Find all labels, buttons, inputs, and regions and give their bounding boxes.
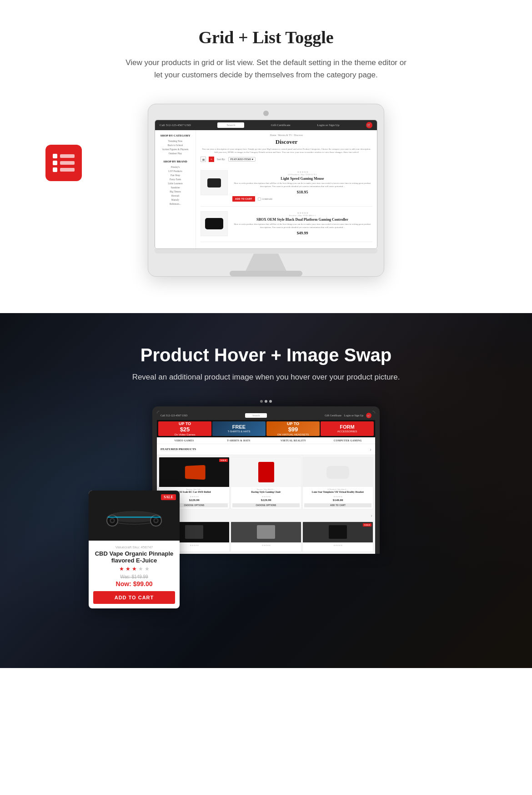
sidebar-brand-presleys[interactable]: Presley's xyxy=(159,165,192,169)
vr-shape xyxy=(326,466,349,479)
featured-chevron-right[interactable]: › xyxy=(370,446,371,453)
category-description: You can enter a description of your cate… xyxy=(201,147,372,154)
sidebar-brand-furry[interactable]: Furry Farm xyxy=(159,177,192,181)
banner-2-free: FREE xyxy=(227,424,250,430)
s2-product-info-chair: Preview | Sku: Rdn-81-... Racing Style G… xyxy=(231,487,301,508)
product-name-mouse[interactable]: Light Speed Gaming Mouse xyxy=(232,177,372,181)
hoverboard-info: Valuecraft Sku: 456747 CBD Vape Organic … xyxy=(89,541,180,608)
s2-product-name-vr[interactable]: Lone Star Templates VR Virtual Reality H… xyxy=(304,491,371,494)
hoverboard-product-card: SALE Val xyxy=(89,491,180,608)
s2-product-img-rc: SALE xyxy=(159,457,229,487)
banner-3-text: UP TO $99 ON VIRTUAL HEADSETS xyxy=(277,421,309,437)
cart-icon[interactable]: 🛒 xyxy=(366,122,372,128)
s2-product-dark3: SALE ★★★★★ xyxy=(302,522,373,552)
dark3-shape xyxy=(329,525,347,539)
sidebar-brand-lst[interactable]: LST Products xyxy=(159,169,192,173)
compare-btn-mouse[interactable]: COMPARE xyxy=(258,197,273,201)
s2-search-bar[interactable]: Search xyxy=(245,413,267,418)
s2-stars-dark3: ★★★★★ xyxy=(304,544,371,547)
s2-product-info-dark3: ★★★★★ xyxy=(303,542,373,552)
add-to-cart-btn-mouse[interactable]: ADD TO CART xyxy=(232,196,255,202)
banner-3-upto: UP TO xyxy=(277,421,309,426)
s2-product-name-chair[interactable]: Racing Style Gaming Chair xyxy=(232,491,300,494)
compare-checkbox[interactable] xyxy=(258,197,261,201)
sidebar-brand-little[interactable]: Little Learners xyxy=(159,181,192,185)
s2-product-img-chair xyxy=(231,457,301,487)
s2-product-btn-chair[interactable]: CHOOSE OPTIONS xyxy=(232,503,300,507)
product-name-controller[interactable]: SBOX OEM Style Black Dual Platform Gamin… xyxy=(232,218,372,222)
sidebar-brand-mattafy[interactable]: Mattafy xyxy=(159,197,192,202)
s2-phone: Call 512-123-4567 USD xyxy=(161,414,187,417)
store-search-bar[interactable]: Search xyxy=(217,122,244,128)
store-main-content: Home / Movies & TV / Discover Discover Y… xyxy=(196,130,377,248)
hoverboard-meta: Valuecraft Sku: 456747 xyxy=(93,545,175,549)
s2-product-price-chair: $229.99 xyxy=(232,498,300,502)
product-desc-mouse: How to write product descriptions that s… xyxy=(232,182,372,188)
list-view-icon xyxy=(45,145,82,181)
product-stars-mouse: ★★★★★ xyxy=(232,170,372,173)
banner-4-text: FORM ACCESSORIES xyxy=(337,424,357,433)
store-mockup-2-inner: Call 512-123-4567 USD Search Gift Certif… xyxy=(157,411,375,553)
sidebar-item-back-to-school[interactable]: Back to School xyxy=(159,143,192,147)
store-mockup-2: Call 512-123-4567 USD Search Gift Certif… xyxy=(152,406,380,553)
featured-products-header: FEATURED PRODUCTS › xyxy=(157,444,375,455)
s2-product-info-dark2: ★★★★★ xyxy=(231,542,301,552)
sidebar-brand-funshop[interactable]: Fun Shop xyxy=(159,173,192,177)
view-controls: ⊞ ≡ Sort By: FEATURED ITEMS ▾ xyxy=(201,157,372,162)
section1-subtitle: View your products in grid or list view.… xyxy=(125,56,407,81)
star-2: ★ xyxy=(125,566,130,572)
sidebar-brand-big[interactable]: Big Timers xyxy=(159,189,192,193)
banner-4-form: FORM xyxy=(337,424,357,430)
product-desc-controller: How to write product descriptions that s… xyxy=(232,223,372,229)
featured-header-label: FEATURED PRODUCTS xyxy=(161,447,196,451)
hoverboard-stars: ★ ★ ★ ★ ★ xyxy=(93,566,175,572)
grid-view-btn[interactable]: ⊞ xyxy=(201,157,206,162)
dot-1[interactable] xyxy=(260,400,263,403)
product-info-mouse: ★★★★★ LP Products | Sku: YAN-11-T-1 Ligh… xyxy=(232,170,372,202)
s2-stars-dark2: ★★★★★ xyxy=(232,544,300,547)
s2-header-right: Gift Certificate Login or Sign Up 🛒 xyxy=(325,413,371,418)
hoverboard-name: CBD Vape Organic Pinnaple flavored E-Jui… xyxy=(93,550,175,564)
hoverboard-add-to-cart-btn[interactable]: ADD TO CART xyxy=(93,591,175,604)
carousel-dots xyxy=(18,400,514,403)
s2-product-btn-vr[interactable]: ADD TO CART xyxy=(304,503,371,507)
sidebar-brand-howtali[interactable]: Howtali xyxy=(159,193,192,197)
s2-cart-icon[interactable]: 🛒 xyxy=(366,413,371,418)
sidebar-item-trending[interactable]: Trending Now xyxy=(159,139,192,143)
s2-nav-gaming[interactable]: COMPUTER GAMING xyxy=(321,437,375,444)
product-info-controller: ★★★★★ Preview | Sku: YUN-486-1-1 SBOX OE… xyxy=(232,211,372,237)
rc-car-shape xyxy=(185,465,205,480)
hoverboard-was-price: Was: $149.99 xyxy=(93,574,175,579)
monitor-screen: Call 512-123-4567 USD Search Gift Certif… xyxy=(155,120,377,249)
s2-nav-tshirts[interactable]: T-SHIRTS & HATS xyxy=(211,437,266,444)
s2-banner-2[interactable]: FREE T-SHIRTS & HATS xyxy=(212,421,266,436)
sidebar-item-outdoor[interactable]: Outdoor Play xyxy=(159,151,192,155)
s2-nav-vr[interactable]: VIRTUAL REALITY xyxy=(266,437,321,444)
row2-chevron-right[interactable]: › xyxy=(371,512,372,519)
sidebar-brand-sunshine[interactable]: Sunshine xyxy=(159,185,192,189)
product-image-mouse xyxy=(201,170,228,195)
dot-2[interactable] xyxy=(265,400,267,403)
page-title: Discover xyxy=(201,138,372,146)
s2-nav-video-games[interactable]: VIDEO GAMES xyxy=(157,437,211,444)
section2-title: Product Hover + Image Swap xyxy=(18,345,514,365)
s2-banner-3[interactable]: UP TO $99 ON VIRTUAL HEADSETS xyxy=(266,421,320,436)
sort-select[interactable]: FEATURED ITEMS ▾ xyxy=(228,157,256,162)
s2-banner-4[interactable]: FORM ACCESSORIES xyxy=(321,421,374,436)
banner-1-text: UP TO $25 On Video Games xyxy=(175,421,196,437)
banner-1-desc: On Video Games xyxy=(175,433,196,436)
sidebar-item-action[interactable]: Action Figures & Playsets xyxy=(159,147,192,151)
s2-products-row1: SALE Preview | Sku: 549-... 1/16 Scale R… xyxy=(157,455,375,511)
section-product-hover: Product Hover + Image Swap Reveal an add… xyxy=(0,313,532,668)
s2-banner-1[interactable]: UP TO $25 On Video Games xyxy=(158,421,211,436)
sidebar-brand-robinson[interactable]: Robinson... xyxy=(159,202,192,206)
list-line-2 xyxy=(60,161,75,165)
product-item-controller: ★★★★★ Preview | Sku: YUN-486-1-1 SBOX OE… xyxy=(201,207,372,242)
sort-by-label: Sort By: xyxy=(217,158,226,161)
list-dot-3 xyxy=(53,167,57,172)
list-view-btn[interactable]: ≡ xyxy=(209,157,214,162)
dot-3[interactable] xyxy=(269,400,272,403)
sidebar-brand-title: SHOP BY BRAND xyxy=(159,160,192,163)
monitor-camera xyxy=(263,111,269,116)
s2-banners: UP TO $25 On Video Games FREE T-SHIRTS &… xyxy=(157,420,375,437)
